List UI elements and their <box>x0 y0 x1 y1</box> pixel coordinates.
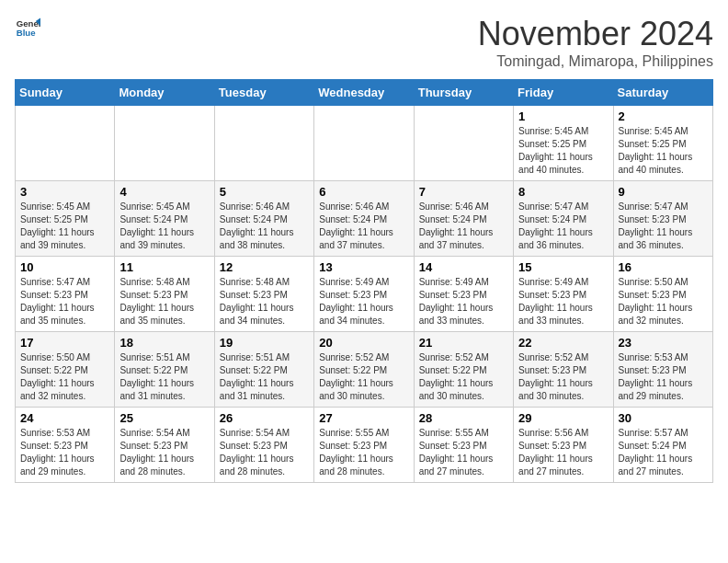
calendar-header-row: SundayMondayTuesdayWednesdayThursdayFrid… <box>16 80 713 106</box>
calendar-cell: 29Sunrise: 5:56 AM Sunset: 5:23 PM Dayli… <box>514 408 613 483</box>
day-info: Sunrise: 5:47 AM Sunset: 5:23 PM Dayligh… <box>20 276 109 327</box>
day-info: Sunrise: 5:52 AM Sunset: 5:22 PM Dayligh… <box>419 351 508 403</box>
calendar-cell: 16Sunrise: 5:50 AM Sunset: 5:23 PM Dayli… <box>613 257 712 332</box>
day-info: Sunrise: 5:50 AM Sunset: 5:23 PM Dayligh… <box>619 276 708 327</box>
weekday-header: Thursday <box>414 80 513 106</box>
calendar-table: SundayMondayTuesdayWednesdayThursdayFrid… <box>15 79 713 483</box>
calendar-week-row: 24Sunrise: 5:53 AM Sunset: 5:23 PM Dayli… <box>16 408 713 483</box>
weekday-header: Sunday <box>16 80 115 106</box>
calendar-cell: 20Sunrise: 5:52 AM Sunset: 5:22 PM Dayli… <box>314 332 414 408</box>
day-number: 20 <box>319 336 408 350</box>
day-number: 25 <box>119 411 209 425</box>
day-info: Sunrise: 5:54 AM Sunset: 5:23 PM Dayligh… <box>220 427 309 478</box>
day-info: Sunrise: 5:57 AM Sunset: 5:24 PM Dayligh… <box>619 427 708 478</box>
calendar-cell: 25Sunrise: 5:54 AM Sunset: 5:23 PM Dayli… <box>115 408 214 483</box>
day-number: 12 <box>220 260 309 274</box>
calendar-cell: 23Sunrise: 5:53 AM Sunset: 5:23 PM Dayli… <box>613 332 712 408</box>
day-info: Sunrise: 5:56 AM Sunset: 5:23 PM Dayligh… <box>518 427 608 478</box>
calendar-cell: 27Sunrise: 5:55 AM Sunset: 5:23 PM Dayli… <box>314 408 414 483</box>
day-info: Sunrise: 5:46 AM Sunset: 5:24 PM Dayligh… <box>419 201 508 252</box>
day-info: Sunrise: 5:50 AM Sunset: 5:22 PM Dayligh… <box>20 351 109 403</box>
day-number: 18 <box>119 336 209 350</box>
day-number: 14 <box>419 260 508 274</box>
day-info: Sunrise: 5:45 AM Sunset: 5:25 PM Dayligh… <box>619 125 708 177</box>
day-number: 7 <box>419 185 508 199</box>
day-info: Sunrise: 5:55 AM Sunset: 5:23 PM Dayligh… <box>319 427 408 478</box>
day-info: Sunrise: 5:49 AM Sunset: 5:23 PM Dayligh… <box>518 276 608 327</box>
calendar-cell: 24Sunrise: 5:53 AM Sunset: 5:23 PM Dayli… <box>16 408 115 483</box>
logo-icon: General Blue <box>15 15 40 40</box>
day-number: 30 <box>619 411 708 425</box>
day-number: 9 <box>619 185 708 199</box>
day-number: 5 <box>220 185 309 199</box>
calendar-cell: 15Sunrise: 5:49 AM Sunset: 5:23 PM Dayli… <box>514 257 613 332</box>
weekday-header: Monday <box>115 80 214 106</box>
page-header: General Blue November 2024 Tomingad, Mim… <box>15 15 713 70</box>
calendar-cell: 14Sunrise: 5:49 AM Sunset: 5:23 PM Dayli… <box>414 257 513 332</box>
day-info: Sunrise: 5:55 AM Sunset: 5:23 PM Dayligh… <box>419 427 508 478</box>
calendar-cell <box>16 106 115 181</box>
logo: General Blue <box>15 15 40 40</box>
calendar-cell: 3Sunrise: 5:45 AM Sunset: 5:25 PM Daylig… <box>16 181 115 257</box>
calendar-cell: 22Sunrise: 5:52 AM Sunset: 5:23 PM Dayli… <box>514 332 613 408</box>
month-title: November 2024 <box>478 15 713 53</box>
day-number: 22 <box>518 336 608 350</box>
day-info: Sunrise: 5:46 AM Sunset: 5:24 PM Dayligh… <box>220 201 309 252</box>
title-block: November 2024 Tomingad, Mimaropa, Philip… <box>478 15 713 70</box>
calendar-cell: 9Sunrise: 5:47 AM Sunset: 5:23 PM Daylig… <box>613 181 712 257</box>
day-number: 15 <box>518 260 608 274</box>
calendar-cell: 26Sunrise: 5:54 AM Sunset: 5:23 PM Dayli… <box>214 408 313 483</box>
calendar-cell: 18Sunrise: 5:51 AM Sunset: 5:22 PM Dayli… <box>115 332 214 408</box>
day-info: Sunrise: 5:48 AM Sunset: 5:23 PM Dayligh… <box>220 276 309 327</box>
day-info: Sunrise: 5:52 AM Sunset: 5:23 PM Dayligh… <box>518 351 608 403</box>
day-number: 10 <box>20 260 109 274</box>
calendar-cell: 12Sunrise: 5:48 AM Sunset: 5:23 PM Dayli… <box>214 257 313 332</box>
day-number: 4 <box>119 185 209 199</box>
day-info: Sunrise: 5:48 AM Sunset: 5:23 PM Dayligh… <box>119 276 209 327</box>
calendar-cell: 8Sunrise: 5:47 AM Sunset: 5:24 PM Daylig… <box>514 181 613 257</box>
day-number: 29 <box>518 411 608 425</box>
calendar-cell: 7Sunrise: 5:46 AM Sunset: 5:24 PM Daylig… <box>414 181 513 257</box>
calendar-cell: 5Sunrise: 5:46 AM Sunset: 5:24 PM Daylig… <box>214 181 313 257</box>
calendar-cell: 28Sunrise: 5:55 AM Sunset: 5:23 PM Dayli… <box>414 408 513 483</box>
calendar-cell: 30Sunrise: 5:57 AM Sunset: 5:24 PM Dayli… <box>613 408 712 483</box>
day-info: Sunrise: 5:51 AM Sunset: 5:22 PM Dayligh… <box>119 351 209 403</box>
day-number: 11 <box>119 260 209 274</box>
day-info: Sunrise: 5:46 AM Sunset: 5:24 PM Dayligh… <box>319 201 408 252</box>
day-number: 1 <box>518 109 608 123</box>
day-number: 21 <box>419 336 508 350</box>
day-number: 27 <box>319 411 408 425</box>
day-info: Sunrise: 5:45 AM Sunset: 5:25 PM Dayligh… <box>518 125 608 177</box>
calendar-week-row: 1Sunrise: 5:45 AM Sunset: 5:25 PM Daylig… <box>16 106 713 181</box>
day-number: 8 <box>518 185 608 199</box>
calendar-cell <box>214 106 313 181</box>
svg-text:Blue: Blue <box>17 28 36 38</box>
day-info: Sunrise: 5:54 AM Sunset: 5:23 PM Dayligh… <box>119 427 209 478</box>
calendar-cell: 4Sunrise: 5:45 AM Sunset: 5:24 PM Daylig… <box>115 181 214 257</box>
calendar-cell: 10Sunrise: 5:47 AM Sunset: 5:23 PM Dayli… <box>16 257 115 332</box>
day-info: Sunrise: 5:45 AM Sunset: 5:24 PM Dayligh… <box>119 201 209 252</box>
calendar-cell: 1Sunrise: 5:45 AM Sunset: 5:25 PM Daylig… <box>514 106 613 181</box>
calendar-cell: 11Sunrise: 5:48 AM Sunset: 5:23 PM Dayli… <box>115 257 214 332</box>
day-info: Sunrise: 5:45 AM Sunset: 5:25 PM Dayligh… <box>20 201 109 252</box>
day-number: 24 <box>20 411 109 425</box>
calendar-cell <box>314 106 414 181</box>
day-info: Sunrise: 5:53 AM Sunset: 5:23 PM Dayligh… <box>20 427 109 478</box>
calendar-cell: 21Sunrise: 5:52 AM Sunset: 5:22 PM Dayli… <box>414 332 513 408</box>
day-number: 28 <box>419 411 508 425</box>
day-number: 3 <box>20 185 109 199</box>
day-number: 6 <box>319 185 408 199</box>
day-number: 16 <box>619 260 708 274</box>
calendar-cell: 6Sunrise: 5:46 AM Sunset: 5:24 PM Daylig… <box>314 181 414 257</box>
calendar-cell: 13Sunrise: 5:49 AM Sunset: 5:23 PM Dayli… <box>314 257 414 332</box>
weekday-header: Tuesday <box>214 80 313 106</box>
calendar-cell: 19Sunrise: 5:51 AM Sunset: 5:22 PM Dayli… <box>214 332 313 408</box>
day-number: 2 <box>619 109 708 123</box>
day-info: Sunrise: 5:53 AM Sunset: 5:23 PM Dayligh… <box>619 351 708 403</box>
calendar-week-row: 17Sunrise: 5:50 AM Sunset: 5:22 PM Dayli… <box>16 332 713 408</box>
calendar-cell <box>115 106 214 181</box>
weekday-header: Friday <box>514 80 613 106</box>
day-info: Sunrise: 5:47 AM Sunset: 5:23 PM Dayligh… <box>619 201 708 252</box>
weekday-header: Saturday <box>613 80 712 106</box>
day-info: Sunrise: 5:47 AM Sunset: 5:24 PM Dayligh… <box>518 201 608 252</box>
